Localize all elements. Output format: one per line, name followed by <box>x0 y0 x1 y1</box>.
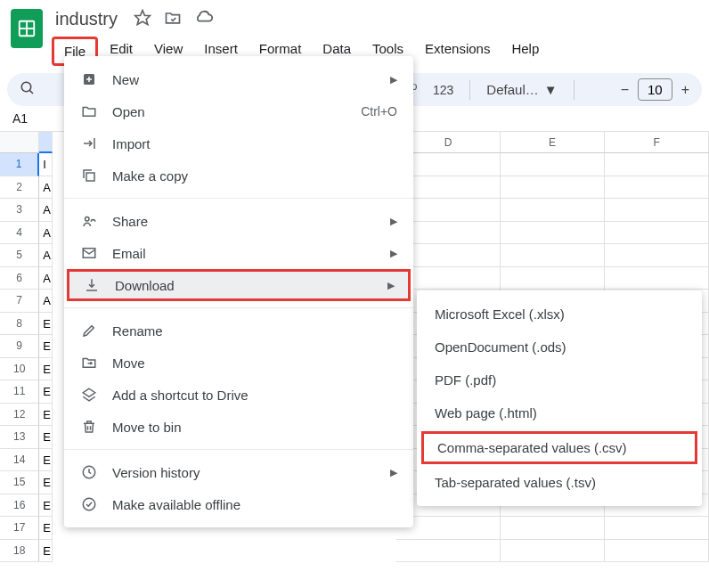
row-header[interactable]: 12 <box>0 404 39 427</box>
menu-item-download[interactable]: Download▶ <box>67 269 411 301</box>
cell[interactable] <box>501 244 605 267</box>
submenu-item-pdf[interactable]: PDF (.pdf) <box>417 363 702 396</box>
cloud-status-icon[interactable] <box>194 8 214 31</box>
submenu-item-xlsx[interactable]: Microsoft Excel (.xlsx) <box>417 298 702 331</box>
row-header[interactable]: 3 <box>0 199 39 222</box>
cell[interactable]: E <box>39 494 53 518</box>
menu-item-offline[interactable]: Make available offline <box>64 488 413 520</box>
cell[interactable] <box>605 199 709 222</box>
submenu-arrow-icon: ▶ <box>387 280 395 291</box>
cell[interactable]: E <box>39 313 53 336</box>
move-folder-icon[interactable] <box>164 9 182 30</box>
cell[interactable] <box>605 222 709 245</box>
cell[interactable]: E <box>39 449 53 472</box>
download-icon <box>83 277 101 293</box>
row-header[interactable]: 17 <box>0 517 39 540</box>
cell[interactable]: E <box>39 404 53 427</box>
menu-item-new[interactable]: New▶ <box>64 63 413 95</box>
menu-item-add-shortcut[interactable]: Add a shortcut to Drive <box>64 379 413 411</box>
cell[interactable]: E <box>39 426 53 449</box>
row-header[interactable]: 8 <box>0 313 39 336</box>
row-header[interactable]: 1 <box>0 153 39 176</box>
cell[interactable] <box>501 176 605 200</box>
cell[interactable] <box>605 517 709 540</box>
row-header[interactable]: 9 <box>0 335 39 358</box>
menu-item-trash[interactable]: Move to bin <box>64 411 413 443</box>
cell[interactable]: I <box>39 153 53 176</box>
document-title[interactable]: industry <box>52 7 121 31</box>
menu-item-version-history[interactable]: Version history▶ <box>64 456 413 488</box>
submenu-item-csv[interactable]: Comma-separated values (.csv) <box>421 431 697 464</box>
row-header[interactable]: 15 <box>0 471 39 494</box>
row-header[interactable]: 14 <box>0 449 39 472</box>
row-header[interactable]: 16 <box>0 494 39 518</box>
sheets-logo-icon[interactable] <box>11 9 43 48</box>
separator <box>64 307 413 308</box>
copy-icon <box>80 167 98 184</box>
submenu-item-tsv[interactable]: Tab-separated values (.tsv) <box>417 466 702 499</box>
separator <box>64 449 413 450</box>
column-header[interactable] <box>39 132 52 153</box>
row-header[interactable]: 4 <box>0 222 39 245</box>
menu-item-move[interactable]: Move <box>64 347 413 379</box>
menu-help[interactable]: Help <box>501 37 549 66</box>
star-icon[interactable] <box>134 9 151 30</box>
menu-item-rename[interactable]: Rename <box>64 314 413 347</box>
cell[interactable]: E <box>39 540 53 563</box>
font-selector[interactable]: Defaul…▼ <box>486 82 557 97</box>
row-header[interactable]: 7 <box>0 290 39 313</box>
menu-item-email[interactable]: Email▶ <box>64 237 413 269</box>
column-header[interactable]: F <box>605 132 709 153</box>
search-icon[interactable] <box>20 80 36 100</box>
cell[interactable] <box>396 540 501 563</box>
cell[interactable] <box>501 540 605 563</box>
submenu-arrow-icon: ▶ <box>390 467 397 478</box>
row-header[interactable]: 6 <box>0 267 39 290</box>
font-size-input[interactable]: 10 <box>638 78 672 101</box>
menu-item-import[interactable]: Import <box>64 127 413 159</box>
increase-font-icon[interactable]: + <box>681 82 689 98</box>
row-header[interactable]: 18 <box>0 540 39 563</box>
cell[interactable] <box>605 153 709 176</box>
menu-item-share[interactable]: Share▶ <box>64 205 413 237</box>
submenu-item-ods[interactable]: OpenDocument (.ods) <box>417 331 702 363</box>
select-all-corner[interactable] <box>0 132 39 153</box>
cell[interactable]: A <box>39 222 53 245</box>
cell[interactable]: E <box>39 471 53 494</box>
column-header[interactable]: E <box>501 132 605 153</box>
row-header[interactable]: 13 <box>0 426 39 449</box>
history-icon <box>80 464 98 480</box>
menu-item-open[interactable]: OpenCtrl+O <box>64 95 413 127</box>
row-header[interactable]: 2 <box>0 176 39 200</box>
row-header[interactable]: 10 <box>0 358 39 381</box>
menu-item-make-copy[interactable]: Make a copy <box>64 159 413 192</box>
cell[interactable]: E <box>39 380 53 404</box>
cell[interactable] <box>605 244 709 267</box>
cell[interactable] <box>501 222 605 245</box>
decrease-font-icon[interactable]: − <box>621 82 629 98</box>
row-header[interactable]: 11 <box>0 380 39 404</box>
cell[interactable]: A <box>39 244 53 267</box>
cell[interactable] <box>501 199 605 222</box>
cell[interactable]: E <box>39 517 53 540</box>
cell[interactable] <box>605 267 709 290</box>
cell[interactable] <box>605 540 709 563</box>
number-format[interactable]: 123 <box>433 83 453 97</box>
submenu-item-html[interactable]: Web page (.html) <box>417 396 702 429</box>
new-icon <box>80 71 98 87</box>
cell[interactable]: E <box>39 335 53 358</box>
svg-point-13 <box>83 498 95 510</box>
cell[interactable]: A <box>39 290 53 313</box>
cell[interactable] <box>501 517 605 540</box>
offline-icon <box>80 496 98 512</box>
cell[interactable] <box>605 176 709 200</box>
menu-extensions[interactable]: Extensions <box>415 37 500 66</box>
file-menu-dropdown: New▶ OpenCtrl+O Import Make a copy Share… <box>64 56 413 527</box>
cell[interactable]: A <box>39 176 53 200</box>
cell[interactable]: A <box>39 267 53 290</box>
cell[interactable]: E <box>39 358 53 381</box>
cell[interactable] <box>501 153 605 176</box>
row-header[interactable]: 5 <box>0 244 39 267</box>
cell[interactable]: A <box>39 199 53 222</box>
cell[interactable] <box>501 267 605 290</box>
